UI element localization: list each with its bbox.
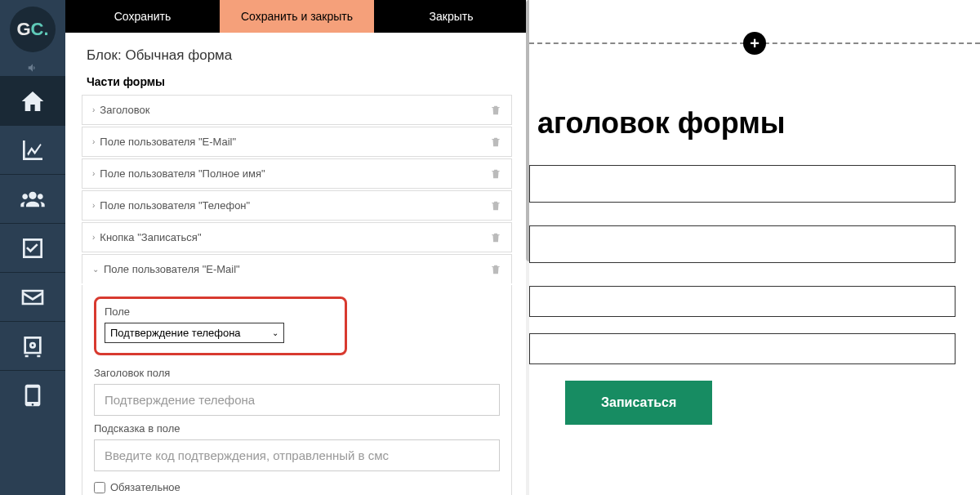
form-preview: аголовок формы Записаться xyxy=(529,106,980,425)
chevron-right-icon: › xyxy=(92,105,95,114)
field-select[interactable]: Подтверждение телефона ⌄ xyxy=(105,323,284,343)
parts-label: Части формы xyxy=(87,75,512,88)
trash-icon[interactable] xyxy=(490,136,501,148)
part-label: Заголовок xyxy=(100,104,149,116)
save-tab[interactable]: Сохранить xyxy=(65,0,220,33)
close-tab[interactable]: Закрыть xyxy=(374,0,528,33)
part-item[interactable]: ›Поле пользователя "Полное имя" xyxy=(82,158,512,189)
part-item[interactable]: ›Поле пользователя "Телефон" xyxy=(82,190,512,221)
trash-icon[interactable] xyxy=(490,232,501,243)
submit-button[interactable]: Записаться xyxy=(565,381,712,425)
part-label: Поле пользователя "E-Mail" xyxy=(100,136,236,148)
preview-input[interactable] xyxy=(529,286,956,317)
trash-icon[interactable] xyxy=(490,105,501,116)
block-title: Блок: Обычная форма xyxy=(87,47,512,64)
home-icon[interactable] xyxy=(0,76,65,125)
users-icon[interactable] xyxy=(0,174,65,223)
sound-icon[interactable] xyxy=(25,62,40,76)
preview-input[interactable] xyxy=(529,333,956,364)
trash-icon[interactable] xyxy=(490,264,501,275)
part-label: Поле пользователя "Телефон" xyxy=(100,199,250,212)
chevron-right-icon: › xyxy=(92,201,95,210)
logo[interactable]: GC. xyxy=(10,7,56,52)
part-label: Поле пользователя "E-Mail" xyxy=(104,263,240,275)
select-value: Подтверждение телефона xyxy=(110,327,241,339)
part-item-expanded[interactable]: ⌄Поле пользователя "E-Mail" xyxy=(82,254,512,283)
part-item[interactable]: ›Заголовок xyxy=(82,95,512,125)
part-item[interactable]: ›Поле пользователя "E-Mail" xyxy=(82,127,512,157)
logo-g: G xyxy=(16,19,30,40)
top-tabs: Сохранить Сохранить и закрыть Закрыть xyxy=(65,0,528,33)
save-close-tab[interactable]: Сохранить и закрыть xyxy=(220,0,374,33)
highlight-box: Поле Подтверждение телефона ⌄ xyxy=(94,297,347,355)
sidebar: GC. xyxy=(0,0,65,495)
part-item[interactable]: ›Кнопка "Записаться" xyxy=(82,222,512,252)
part-label: Поле пользователя "Полное имя" xyxy=(100,167,265,180)
preview-area: + аголовок формы Записаться xyxy=(529,0,980,495)
mail-icon[interactable] xyxy=(0,272,65,321)
required-label: Обязательное xyxy=(110,481,180,493)
trash-icon[interactable] xyxy=(490,200,501,212)
chevron-right-icon: › xyxy=(92,233,95,242)
chevron-down-icon: ⌄ xyxy=(92,265,99,274)
logo-dot: . xyxy=(43,19,48,40)
editor-panel: Сохранить Сохранить и закрыть Закрыть Бл… xyxy=(65,0,529,495)
preview-input[interactable] xyxy=(529,165,956,203)
chevron-right-icon: › xyxy=(92,169,95,178)
expanded-content: Поле Подтверждение телефона ⌄ Заголовок … xyxy=(82,285,512,495)
field-label: Поле xyxy=(105,305,336,318)
chevron-down-icon: ⌄ xyxy=(272,328,278,337)
safe-icon[interactable] xyxy=(0,321,65,370)
form-title: аголовок формы xyxy=(537,106,956,140)
part-label: Кнопка "Записаться" xyxy=(100,231,201,243)
title-input[interactable]: Подтверждение телефона xyxy=(94,384,500,416)
logo-c: C xyxy=(31,19,44,40)
hint-input[interactable]: Введите код подтверждения, отправленный … xyxy=(94,439,500,471)
chevron-right-icon: › xyxy=(92,137,95,146)
checkbox-icon[interactable] xyxy=(0,223,65,272)
trash-icon[interactable] xyxy=(490,168,501,180)
panel-body: Блок: Обычная форма Части формы ›Заголов… xyxy=(65,33,528,495)
add-section-button[interactable]: + xyxy=(743,32,766,55)
required-row[interactable]: Обязательное xyxy=(94,481,500,493)
required-checkbox[interactable] xyxy=(94,482,105,493)
title-label: Заголовок поля xyxy=(94,367,500,379)
phone-icon[interactable] xyxy=(0,370,65,419)
preview-input[interactable] xyxy=(529,225,956,263)
hint-label: Подсказка в поле xyxy=(94,422,500,435)
chart-icon[interactable] xyxy=(0,125,65,174)
